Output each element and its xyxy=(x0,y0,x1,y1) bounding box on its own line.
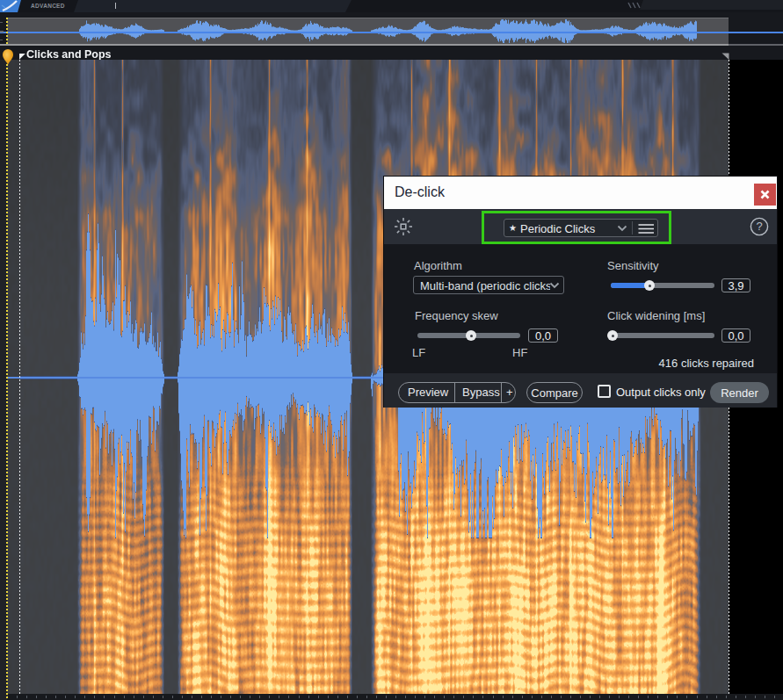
svg-text:?: ? xyxy=(756,220,762,233)
